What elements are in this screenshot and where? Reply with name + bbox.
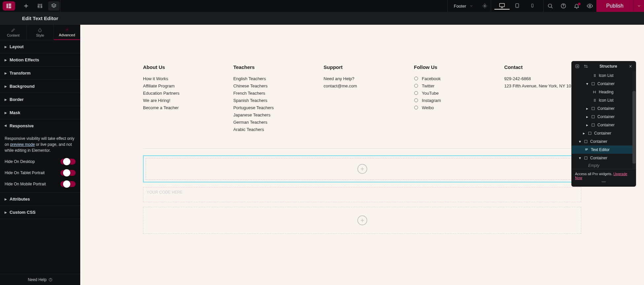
list-item[interactable]: Need any Help?	[324, 75, 401, 82]
structure-panel[interactable]: Structure Icon List ▾Container Heading I…	[571, 61, 636, 187]
layers-icon	[51, 3, 57, 9]
list-item[interactable]: Spanish Teachers	[233, 97, 310, 104]
toggle-hide-tablet-row: Hide On Tablet Portrait Hide	[5, 170, 76, 176]
help-button[interactable]	[557, 0, 570, 12]
add-note-icon[interactable]	[575, 64, 580, 69]
list-item[interactable]: German Teachers	[233, 119, 310, 126]
canvas[interactable]: About Us How it WorksAffiliate ProgramEd…	[80, 25, 644, 285]
finder-button[interactable]	[544, 0, 557, 12]
svg-rect-30	[589, 132, 591, 135]
navigator-button[interactable]	[48, 1, 59, 11]
tablet-icon	[515, 2, 520, 9]
acc-custom-css[interactable]: ▸Custom CSS	[0, 206, 80, 219]
caret-right-icon: ▸	[5, 44, 7, 49]
collapse-all-icon[interactable]	[584, 64, 588, 69]
acc-motion[interactable]: ▸Motion Effects	[0, 53, 80, 66]
list-item[interactable]: Affiliate Program	[143, 82, 220, 90]
add-widget-button[interactable]	[357, 164, 367, 174]
site-settings-button[interactable]	[34, 1, 46, 11]
footer-col-about: About Us How it WorksAffiliate ProgramEd…	[143, 64, 220, 133]
mobile-icon	[530, 2, 534, 9]
acc-mask[interactable]: ▸Mask	[0, 106, 80, 119]
node-icon-list[interactable]: Icon List	[572, 71, 636, 79]
container-icon	[591, 81, 595, 86]
acc-layout[interactable]: ▸Layout	[0, 40, 80, 53]
container-icon	[584, 156, 588, 160]
add-button[interactable]	[20, 1, 32, 11]
acc-responsive[interactable]: ▾Responsive	[0, 119, 80, 132]
list-item[interactable]: Portuguese Teachers	[233, 104, 310, 111]
list-item[interactable]: YouTube	[414, 90, 491, 97]
node-container[interactable]: ▸Container	[572, 129, 636, 137]
container-icon	[591, 106, 595, 111]
tab-advanced[interactable]: Advanced	[54, 25, 80, 40]
publish-dropdown[interactable]	[633, 0, 644, 12]
list-item[interactable]: Weibo	[414, 104, 491, 111]
svg-rect-27	[592, 107, 594, 110]
list-item[interactable]: Japanese Teachers	[233, 111, 310, 119]
list-item[interactable]: Facebook	[414, 75, 491, 82]
publish-label: Publish	[606, 3, 624, 9]
text-editor-widget[interactable]: YOUR CODE HERE	[143, 187, 581, 202]
device-tablet[interactable]	[510, 2, 525, 10]
node-container[interactable]: ▾Container	[572, 154, 636, 162]
toggle-hide-tablet[interactable]: Hide	[60, 170, 76, 176]
page-selector[interactable]: Footer	[448, 0, 479, 12]
page-settings-button[interactable]	[479, 0, 491, 12]
list-item[interactable]: Arabic Teachers	[233, 126, 310, 133]
desktop-icon	[499, 2, 505, 9]
list-item[interactable]: Chinese Teachers	[233, 82, 310, 90]
toggle-hide-desktop[interactable]: Hide	[60, 159, 76, 165]
list-item[interactable]: English Teachers	[233, 75, 310, 82]
toggle-hide-desktop-row: Hide On Desktop Hide	[5, 159, 76, 165]
list-item[interactable]: contact@me.com	[324, 82, 401, 90]
plus-icon	[23, 3, 29, 9]
preview-mode-link[interactable]: preview mode	[10, 142, 35, 147]
close-structure[interactable]	[628, 64, 632, 68]
node-text-editor[interactable]: Text Editor	[572, 145, 636, 154]
list-item[interactable]: French Teachers	[233, 90, 310, 97]
svg-point-12	[532, 7, 532, 7]
node-icon-list[interactable]: Icon List	[572, 96, 636, 104]
advanced-panel: ▸Layout ▸Motion Effects ▸Transform ▸Back…	[0, 40, 80, 274]
follow-list: FacebookTwitterYouTubeInstagramWeibo	[414, 75, 491, 111]
acc-transform[interactable]: ▸Transform	[0, 67, 80, 79]
acc-background[interactable]: ▸Background	[0, 80, 80, 93]
tab-content[interactable]: Content	[0, 25, 27, 40]
chevron-down-icon	[470, 4, 473, 8]
add-widget-button[interactable]	[357, 215, 367, 225]
sidebar-footer[interactable]: Need Help	[0, 274, 80, 285]
device-mobile[interactable]	[525, 2, 540, 10]
publish-button[interactable]: Publish	[596, 0, 633, 12]
support-title: Support	[324, 64, 401, 70]
node-heading[interactable]: Heading	[572, 88, 636, 96]
device-desktop[interactable]	[494, 2, 510, 10]
svg-rect-26	[592, 82, 594, 85]
list-item[interactable]: We are Hiring!	[143, 97, 220, 104]
node-container[interactable]: ▾Container	[572, 137, 636, 145]
notifications-button[interactable]	[570, 0, 583, 12]
node-container[interactable]: ▸Container	[572, 104, 636, 112]
toggle-hide-mobile[interactable]: Hide	[60, 181, 76, 187]
list-item[interactable]: Twitter	[414, 82, 491, 90]
elementor-logo[interactable]	[3, 1, 15, 11]
container-empty[interactable]	[143, 207, 581, 234]
preview-button[interactable]	[583, 0, 596, 12]
node-container[interactable]: ▾Container	[572, 79, 636, 88]
footer-col-support: Support Need any Help?contact@me.com	[324, 64, 401, 133]
tree-scrollbar[interactable]	[632, 71, 636, 169]
tab-style[interactable]: Style	[27, 25, 54, 40]
node-container[interactable]: ▸Container	[572, 112, 636, 121]
svg-rect-29	[592, 124, 594, 126]
drag-handle-icon[interactable]	[601, 181, 606, 182]
panel-tabs: Content Style Advanced	[0, 25, 80, 40]
container-selected[interactable]	[143, 155, 581, 182]
list-item[interactable]: Education Partners	[143, 90, 220, 97]
acc-attributes[interactable]: ▸Attributes	[0, 193, 80, 206]
list-item[interactable]: Instagram	[414, 97, 491, 104]
list-item[interactable]: Become a Teacher	[143, 104, 220, 111]
caret-down-icon: ▾	[586, 81, 589, 86]
acc-border[interactable]: ▸Border	[0, 93, 80, 106]
list-item[interactable]: How it Works	[143, 75, 220, 82]
node-container[interactable]: ▸Container	[572, 121, 636, 129]
